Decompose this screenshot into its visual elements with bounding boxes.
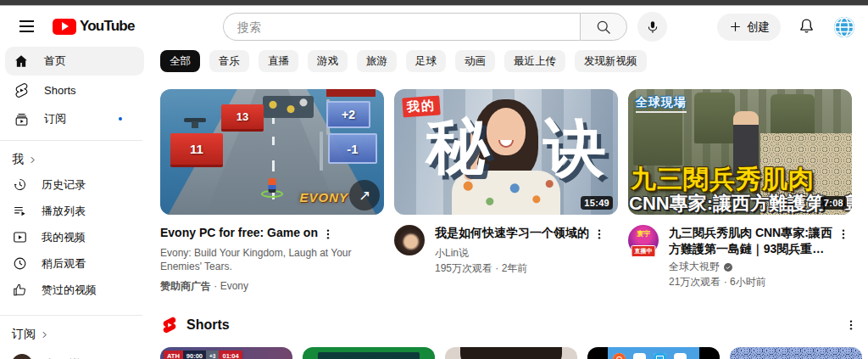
short-thumbnail-crowd[interactable] [730,347,862,359]
channel-avatar-live[interactable]: 寰宇 直播中 [628,225,659,255]
create-label: 创建 [747,20,770,35]
notifications-button[interactable] [797,17,816,36]
channel-name[interactable]: 全球大視野 [669,260,720,274]
bell-icon [797,17,816,36]
channel-avatar [12,354,32,359]
new-content-dot [119,117,122,121]
banner-art [318,352,420,359]
sidebar-item-label: 首页 [44,53,66,69]
kebab-icon [593,227,606,242]
sidebar-item-watch-later[interactable]: 稍后观看 [5,250,144,277]
sidebar-item-label: 稍后观看 [42,256,86,272]
channel-avatar[interactable] [394,225,425,255]
chip-new-to-you[interactable]: 发现新视频 [575,50,647,72]
kebab-icon [844,317,858,333]
app-icons-art [613,353,687,359]
chevron-right-icon [27,154,38,165]
gate-13: 13 [221,104,264,132]
video-meta: 195万次观看 · 2年前 [435,261,618,276]
chip-live[interactable]: 直播 [259,50,298,72]
short-thumbnail-apps[interactable] [587,347,720,359]
video-title[interactable]: 九三閱兵秀肌肉 CNN專家:讓西方難護第一島鏈｜93閱兵重器"東風-61.東風… [669,225,833,257]
turret-art [184,118,206,122]
person-face-art [487,108,526,155]
subscriptions-section-label: 订阅 [12,327,36,342]
shorts-icon [12,82,31,98]
sidebar-item-label: 赞过的视频 [42,283,97,298]
gate-11: 11 [170,133,223,167]
chip-recently-uploaded[interactable]: 最近上传 [504,50,565,72]
chip-travel[interactable]: 旅游 [357,50,397,72]
shorts-shelf: ATH 90:00 +3 01:04 [160,347,868,359]
shorts-section-title: Shorts [186,317,230,333]
youtube-play-icon [53,19,76,35]
ad-link-arrow-button[interactable]: ↗ [349,180,380,210]
sidebar-item-liked-videos[interactable]: 赞过的视频 [5,277,144,303]
shorts-section-header: Shorts [160,316,868,334]
history-icon [12,177,28,193]
chevron-right-icon [39,329,50,340]
filter-chip-bar: 全部 音乐 直播 游戏 旅游 足球 动画 最近上传 发现新视频 [160,50,868,72]
search-input[interactable] [237,20,580,34]
ad-title[interactable]: Evony PC for free: Game on [160,225,318,244]
scoreboard-time: 90:00 [183,351,206,359]
kebab-icon [837,227,850,242]
chip-soccer[interactable]: 足球 [406,50,446,72]
sidebar-channel-xiaolinshuo[interactable]: 小Lin说 [5,350,144,359]
sidebar-item-label: 订阅 [44,111,66,126]
app-icon-orange [613,353,626,359]
chip-music[interactable]: 音乐 [209,50,249,72]
sidebar-item-shorts[interactable]: Shorts [5,76,144,104]
video-title[interactable]: 我是如何快速学习一个领域的 [435,225,589,244]
more-options-button[interactable] [321,225,337,244]
subscriptions-icon [12,111,31,127]
advertiser-name[interactable]: · Evony [211,280,248,292]
account-avatar[interactable] [832,15,856,39]
short-thumbnail-pitch[interactable] [303,347,435,359]
search-icon [595,19,612,36]
me-section-label: 我 [12,152,24,167]
sidebar-item-history[interactable]: 历史记录 [5,171,144,198]
voice-search-button[interactable] [637,12,667,42]
video-thumbnail[interactable]: 全球現場 九三閱兵秀肌肉 CNN專家:讓西方難護第一島鏈 7:08 [628,89,852,215]
sidebar-section-me[interactable]: 我 [0,148,149,171]
sidebar-item-your-videos[interactable]: 我的视频 [5,224,144,250]
shorts-more-options-button[interactable] [844,316,860,334]
sidebar-item-playlists[interactable]: 播放列表 [5,198,144,224]
sidebar-section-subscriptions[interactable]: 订阅 [0,323,149,346]
gate-plus2: +2 [326,101,370,128]
chip-animation[interactable]: 动画 [455,50,495,72]
sidebar-item-subscriptions[interactable]: 订阅 [5,104,144,133]
sponsor-label: 赞助商广告 [160,280,211,292]
video-thumbnail[interactable]: 我的 秘 诀 15:49 [394,89,618,215]
chip-gaming[interactable]: 游戏 [308,50,348,72]
plus-icon [728,20,743,34]
video-card: 我的 秘 诀 15:49 我是如何快速学习一个领域的 [394,89,618,294]
sidebar-item-home[interactable]: 首页 [5,47,144,76]
thumbnail-corner-badge: 全球現場 [636,95,687,113]
thumbnail-big-char: 秘 [426,115,489,177]
evony-logo: EVONY [299,190,348,205]
sidebar-item-label: 播放列表 [42,204,86,219]
short-thumbnail-face[interactable] [445,347,577,359]
search-button[interactable] [580,13,627,41]
menu-button[interactable] [12,12,41,41]
watch-later-icon [12,255,28,272]
chip-all[interactable]: 全部 [160,50,200,72]
short-thumbnail-soccer-score[interactable]: ATH 90:00 +3 01:04 [160,347,292,359]
youtube-logo[interactable]: YouTube [53,18,135,35]
ad-thumbnail[interactable]: 13 11 +2 -1 EVONY ↗ [160,89,384,215]
window-top-strip [0,0,868,6]
video-grid: 13 11 +2 -1 EVONY ↗ [160,89,868,294]
more-options-button[interactable] [593,225,608,244]
app-icon-phi [633,353,646,359]
verified-badge-icon [723,262,733,272]
video-meta: 21万次观看 · 6小时前 [669,275,852,289]
create-button[interactable]: 创建 [717,14,781,41]
thumbnail-big-char: 诀 [543,116,606,179]
channel-name[interactable]: 小Lin说 [435,246,469,261]
app-icon-blue [654,353,666,359]
kebab-icon [321,227,335,242]
hair-art [460,347,562,359]
more-options-button[interactable] [837,225,852,244]
